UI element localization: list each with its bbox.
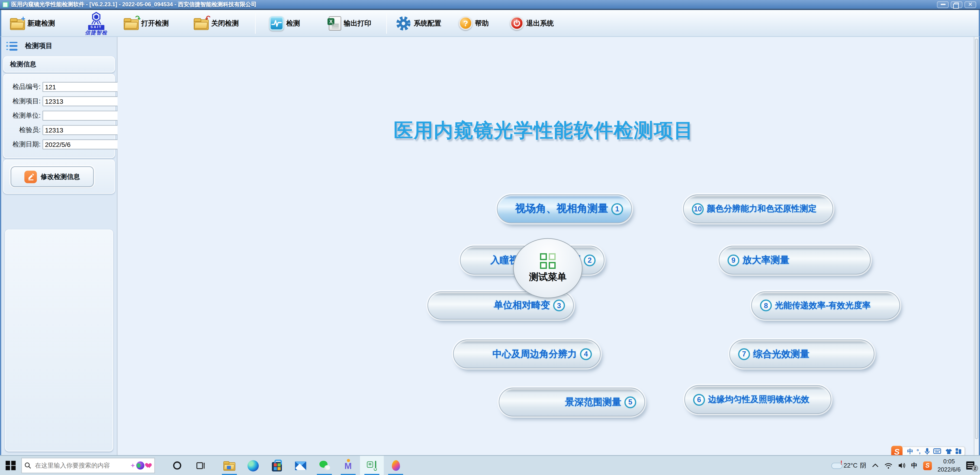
keyboard-icon[interactable] bbox=[933, 448, 941, 454]
test-button-label: 放大率测量 bbox=[743, 254, 789, 266]
toolbar: + 新建检测 SAIT 信捷智检 ↷ 打开检测 ↷ 关闭检测 检测 bbox=[0, 10, 980, 37]
flame-app-button[interactable] bbox=[383, 456, 407, 475]
test-button-label: 视场角、视相角测量 bbox=[515, 202, 608, 215]
close-test-label: 关闭检测 bbox=[211, 18, 239, 28]
clock-time: 0:05 bbox=[943, 458, 955, 465]
form-row: 检验员: bbox=[6, 125, 110, 135]
wifi-icon[interactable] bbox=[885, 462, 892, 469]
test-button-8-light-transfer[interactable]: 8 光能传递效率-有效光度率 bbox=[751, 292, 900, 320]
store-button[interactable] bbox=[265, 456, 288, 475]
skin-shirt-icon[interactable] bbox=[945, 448, 952, 454]
open-test-button[interactable]: ↷ 打开检测 bbox=[124, 17, 169, 29]
gear-icon bbox=[396, 15, 411, 31]
new-test-button[interactable]: + 新建检测 bbox=[10, 17, 55, 29]
sogou-tray-icon[interactable]: S bbox=[923, 461, 932, 470]
number-badge: 2 bbox=[584, 254, 596, 266]
microphone-icon[interactable] bbox=[924, 447, 930, 455]
restore-button[interactable] bbox=[951, 1, 963, 8]
test-info-form: 检品编号: 检测项目: 检测单位: 检验员: 检测日期: bbox=[3, 74, 115, 158]
close-button[interactable]: ✕ bbox=[964, 1, 976, 8]
help-button[interactable]: ? 帮助 bbox=[459, 16, 489, 30]
ime-indicator[interactable]: 中 bbox=[912, 461, 918, 470]
wechat-icon bbox=[319, 461, 330, 470]
test-button-1-fov[interactable]: 视场角、视相角测量 1 bbox=[497, 194, 632, 223]
test-item-label: 检测项目: bbox=[6, 97, 43, 106]
minimize-icon bbox=[940, 4, 945, 5]
scrollbar-thumb[interactable] bbox=[975, 39, 978, 439]
minimize-button[interactable] bbox=[937, 1, 949, 8]
task-view-icon bbox=[196, 462, 205, 470]
start-button[interactable] bbox=[0, 456, 21, 475]
test-button-label: 综合光效测量 bbox=[753, 348, 810, 360]
sait-logo-text: SAIT bbox=[91, 25, 102, 29]
number-badge: 10 bbox=[692, 203, 704, 215]
test-button-7-luminous-efficacy[interactable]: 7 综合光效测量 bbox=[729, 340, 874, 368]
notification-count-badge: 2 bbox=[972, 465, 978, 471]
system-config-label: 系统配置 bbox=[414, 18, 441, 28]
test-button-9-magnification[interactable]: 9 放大率测量 bbox=[719, 246, 871, 274]
number-badge: 4 bbox=[580, 348, 592, 360]
speaker-icon[interactable] bbox=[898, 462, 905, 469]
test-button-6-edge-uniformity[interactable]: 6 边缘均匀性及照明镜体光效 bbox=[684, 385, 831, 414]
exit-button[interactable]: 退出系统 bbox=[510, 16, 554, 30]
test-menu-hub[interactable]: 测试菜单 bbox=[513, 238, 582, 298]
mail-button[interactable] bbox=[289, 456, 312, 475]
cortana-icon bbox=[173, 462, 181, 470]
endoscope-app-button[interactable] bbox=[360, 456, 383, 475]
hidden-icons-chevron[interactable] bbox=[872, 464, 879, 468]
menu-icon[interactable] bbox=[6, 41, 18, 50]
close-icon: ✕ bbox=[968, 2, 972, 7]
test-button-10-color[interactable]: 10 颜色分辨能力和色还原性测定 bbox=[683, 194, 833, 223]
form-row: 检品编号: bbox=[6, 82, 110, 92]
detect-button[interactable]: 检测 bbox=[269, 16, 300, 30]
print-label: 输出打印 bbox=[344, 18, 371, 28]
new-test-label: 新建检测 bbox=[28, 18, 55, 28]
test-button-label: 光能传递效率-有效光度率 bbox=[775, 300, 870, 311]
sidebar: 检测项目 检测信息 检品编号: 检测项目: 检测单位: bbox=[1, 37, 118, 455]
edge-button[interactable] bbox=[241, 456, 265, 475]
heart-icon bbox=[146, 463, 152, 468]
vertical-scrollbar[interactable] bbox=[974, 37, 979, 455]
taskbar-search[interactable] bbox=[21, 457, 155, 473]
file-explorer-button[interactable] bbox=[218, 456, 241, 475]
ime-punctuation-toggle[interactable]: °, bbox=[917, 448, 921, 454]
purple-m-app-button[interactable]: M bbox=[336, 456, 360, 475]
system-tray: 22°C 阴 中 S 0:05 2022/6/6 2 bbox=[831, 458, 980, 473]
windows-logo-icon bbox=[6, 461, 15, 470]
test-button-5-depth-of-field[interactable]: 景深范围测量 5 bbox=[499, 388, 645, 416]
notification-center-button[interactable]: 2 bbox=[966, 461, 976, 470]
edit-panel: 修改检测信息 bbox=[3, 159, 115, 194]
ime-mode-toggle[interactable]: 中 bbox=[907, 448, 913, 454]
screen: 医用内窥镜光学性能检测软件 - [V6.2.23.1] - 2022-05-06… bbox=[0, 0, 980, 475]
pencil-icon bbox=[24, 170, 37, 183]
excel-print-icon bbox=[329, 16, 341, 30]
number-badge: 8 bbox=[760, 300, 772, 311]
task-view-button[interactable] bbox=[189, 456, 212, 475]
test-unit-label: 检测单位: bbox=[6, 112, 43, 120]
system-config-button[interactable]: 系统配置 bbox=[396, 15, 441, 31]
wechat-button[interactable] bbox=[312, 456, 336, 475]
titlebar: 医用内窥镜光学性能检测软件 - [V6.2.23.1] - 2022-05-06… bbox=[0, 0, 980, 9]
weather-cloud-icon bbox=[831, 462, 841, 469]
search-input[interactable] bbox=[34, 462, 128, 470]
menu-grid-icon bbox=[540, 253, 555, 269]
number-badge: 1 bbox=[611, 203, 623, 215]
search-decoration bbox=[130, 462, 152, 470]
toolbox-grid-icon[interactable] bbox=[956, 448, 961, 454]
cortana-button[interactable] bbox=[165, 456, 189, 475]
weather-widget[interactable]: 22°C 阴 bbox=[831, 461, 866, 470]
test-button-4-resolution[interactable]: 中心及周边角分辨力 4 bbox=[453, 340, 601, 368]
ime-toolbar[interactable]: S 中 °, bbox=[895, 446, 965, 456]
toolbar-divider bbox=[255, 13, 256, 34]
exit-label: 退出系统 bbox=[526, 18, 554, 28]
print-button[interactable]: 输出打印 bbox=[329, 16, 371, 30]
power-icon bbox=[510, 16, 524, 30]
purple-m-app-icon: M bbox=[344, 461, 352, 470]
close-test-button[interactable]: ↷ 关闭检测 bbox=[194, 17, 239, 29]
edit-test-info-button[interactable]: 修改检测信息 bbox=[11, 166, 94, 187]
edit-test-info-label: 修改检测信息 bbox=[41, 172, 80, 181]
test-button-label: 颜色分辨能力和色还原性测定 bbox=[707, 203, 816, 215]
test-button-label: 单位相对畸变 bbox=[494, 300, 550, 311]
globe-icon bbox=[136, 462, 144, 470]
clock[interactable]: 0:05 2022/6/6 bbox=[937, 458, 961, 473]
